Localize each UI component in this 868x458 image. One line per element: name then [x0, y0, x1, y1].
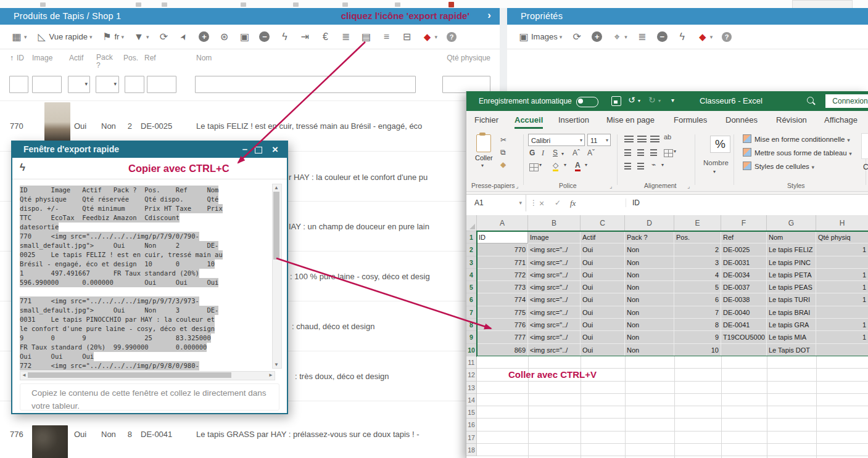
cell[interactable]: Le tapis TURI: [767, 293, 816, 306]
cell[interactable]: 3: [674, 256, 721, 269]
cell[interactable]: <img src="../: [528, 256, 581, 269]
wrap-text-icon[interactable]: ab: [664, 133, 671, 141]
col-header-id[interactable]: ID: [17, 54, 24, 62]
cell[interactable]: DE-0038: [721, 293, 767, 306]
toolbar-item[interactable]: ⊛: [218, 31, 229, 43]
align-bottom-icon[interactable]: [650, 136, 659, 142]
row-header[interactable]: 2: [466, 243, 477, 256]
autosave-toggle[interactable]: [576, 97, 598, 107]
redo-icon[interactable]: [648, 95, 656, 105]
toolbar-item[interactable]: ▣: [239, 31, 250, 43]
cell[interactable]: <img src="../: [528, 281, 581, 293]
toolbar-item[interactable]: ϟ: [677, 31, 688, 43]
cell[interactable]: Non: [625, 269, 674, 281]
cell[interactable]: <img src="../: [528, 306, 581, 319]
row-header[interactable]: 11: [466, 356, 477, 369]
insert-function-icon[interactable]: fx: [570, 198, 576, 208]
bold-button[interactable]: G: [529, 149, 535, 157]
row-header[interactable]: 1: [466, 231, 477, 243]
column-header[interactable]: F: [721, 215, 767, 231]
font-color-icon[interactable]: A: [575, 161, 581, 171]
cell[interactable]: 9: [674, 331, 721, 343]
col-header-qty[interactable]: Qté physique: [432, 54, 490, 62]
cancel-icon[interactable]: [539, 198, 544, 208]
cell[interactable]: [816, 344, 868, 356]
percent-style-button[interactable]: %: [710, 136, 730, 153]
cell[interactable]: 776: [477, 319, 528, 331]
toolbar-item[interactable]: ?: [447, 32, 457, 42]
toolbar-item[interactable]: +: [199, 31, 209, 42]
cell[interactable]: <img src="../: [528, 243, 581, 256]
cell[interactable]: Oui: [581, 243, 625, 256]
chevron-down-icon[interactable]: ▾: [539, 162, 542, 168]
decrease-font-button[interactable]: Aˇ: [587, 149, 595, 157]
row-header[interactable]: 17: [466, 431, 477, 444]
toolbar-item[interactable]: €: [320, 31, 331, 43]
cell[interactable]: T19COU5000: [721, 331, 767, 343]
toolbar-item[interactable]: ⟳: [158, 31, 169, 43]
cell[interactable]: 869: [477, 344, 528, 356]
row-header[interactable]: 5: [466, 281, 477, 293]
row-header[interactable]: 18: [466, 444, 477, 456]
ribbon-tab[interactable]: Accueil: [515, 115, 543, 129]
toolbar-item[interactable]: ◆ ▾: [421, 31, 437, 43]
cell[interactable]: [721, 344, 767, 356]
cell[interactable]: <img src="../: [528, 293, 581, 306]
cell[interactable]: 772: [477, 269, 528, 281]
filter-actif-select[interactable]: [68, 76, 90, 93]
format-painter-icon[interactable]: ◆: [500, 160, 506, 169]
toolbar-item[interactable]: −: [657, 31, 668, 42]
column-header[interactable]: C: [581, 215, 625, 231]
cell[interactable]: Pack ?: [625, 231, 674, 243]
fill-color-icon[interactable]: ◇: [553, 161, 558, 171]
filter-image-input[interactable]: [32, 76, 62, 93]
column-header[interactable]: H: [816, 215, 868, 231]
chevron-down-icon[interactable]: ▾: [585, 162, 587, 168]
merge-center-icon[interactable]: [664, 149, 673, 157]
toolbar-item[interactable]: ≣: [340, 31, 351, 43]
cell[interactable]: Le tapis GRA: [767, 319, 816, 331]
cell[interactable]: Oui: [581, 281, 625, 293]
toolbar-item[interactable]: ⊟: [401, 31, 412, 43]
cell[interactable]: 8: [674, 319, 721, 331]
toolbar-item[interactable]: ▼ ▾: [133, 31, 149, 43]
chevron-down-icon[interactable]: ▾: [674, 149, 676, 154]
cell[interactable]: Non: [625, 293, 674, 306]
minimize-icon[interactable]: [242, 144, 247, 154]
undo-icon[interactable]: [628, 95, 635, 105]
cell[interactable]: Le tapis MIA: [767, 331, 816, 343]
cell[interactable]: DE-0041: [721, 319, 767, 331]
cell[interactable]: <img src="../: [528, 344, 581, 356]
export-window-titlebar[interactable]: Fenêtre d'export rapide: [12, 142, 287, 158]
toolbar-item[interactable]: ⇥: [299, 31, 310, 43]
collapse-chevron-icon[interactable]: [487, 9, 491, 22]
close-icon[interactable]: [272, 144, 278, 156]
cell[interactable]: Non: [625, 331, 674, 343]
row-header[interactable]: 10: [466, 344, 477, 356]
cell[interactable]: Oui: [581, 293, 625, 306]
cell[interactable]: Qté physiq: [816, 231, 868, 243]
row-header[interactable]: 14: [466, 394, 477, 406]
toolbar-item[interactable]: ◺ Vue rapide ▾: [36, 31, 93, 43]
cell[interactable]: Le tapis BRAI: [767, 306, 816, 319]
filter-qty-input[interactable]: [442, 76, 490, 93]
styles-menu-item[interactable]: Styles de cellules: [743, 162, 814, 170]
cell[interactable]: Non: [625, 344, 674, 356]
save-icon[interactable]: [611, 96, 621, 106]
cell[interactable]: 775: [477, 306, 528, 319]
cell[interactable]: 773: [477, 281, 528, 293]
cell[interactable]: Pos.: [674, 231, 721, 243]
connexion-button[interactable]: Connexion: [825, 94, 868, 108]
ribbon-tab[interactable]: Affichage: [824, 115, 858, 125]
cell[interactable]: Oui: [581, 331, 625, 343]
cell[interactable]: 1: [816, 243, 868, 256]
cell[interactable]: 770: [477, 243, 528, 256]
row-header[interactable]: 3: [466, 256, 477, 269]
cell[interactable]: 10: [674, 344, 721, 356]
cell[interactable]: 5: [674, 281, 721, 293]
cell[interactable]: 7: [674, 306, 721, 319]
column-header[interactable]: E: [674, 215, 721, 231]
borders-icon[interactable]: [529, 163, 539, 171]
toolbar-item[interactable]: ⟳: [571, 31, 582, 43]
horizontal-scrollbar[interactable]: [20, 371, 275, 380]
